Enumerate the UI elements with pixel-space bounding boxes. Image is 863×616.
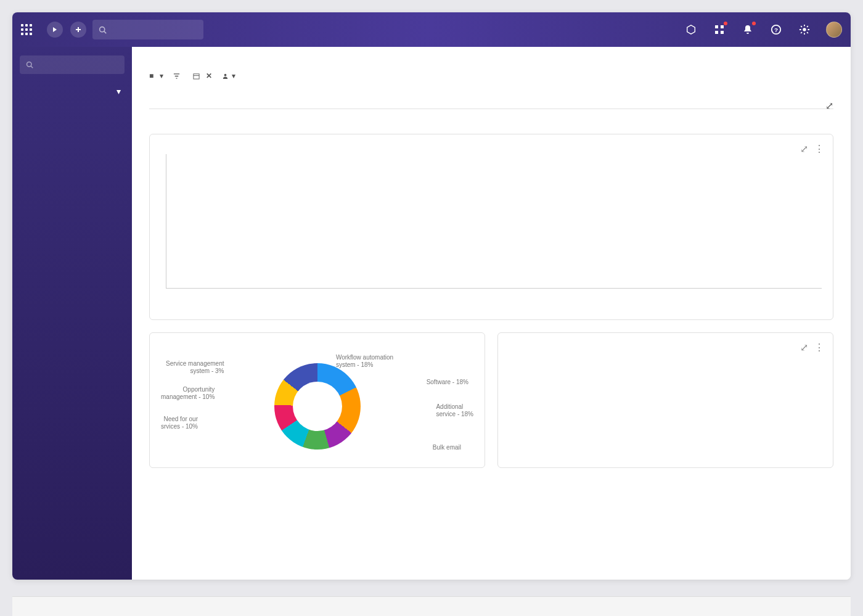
donut-label: Bulk email [433,444,461,451]
donut-label: Opportunitymanagement - 10% [161,386,215,401]
chart-pay-orders-by-month: ⤢⋮ [149,134,833,320]
clear-date-icon[interactable]: ✕ [206,72,212,80]
help-icon[interactable]: ? [769,23,783,36]
date-filter[interactable]: ✕ [193,72,212,80]
expand-icon[interactable]: ⤢ [825,100,833,112]
grouped-bars [509,353,822,439]
svg-text:?: ? [774,27,778,33]
user-avatar[interactable] [826,22,842,38]
svg-rect-4 [721,31,724,34]
svg-point-0 [100,27,105,31]
y-axis [161,154,166,289]
sidebar-category[interactable]: ▾ [12,83,132,105]
donut-label: Additionalservice - 18% [436,403,473,418]
add-button[interactable] [70,22,86,38]
svg-rect-3 [715,31,718,34]
donut-label: Need for oursrvices - 10% [161,416,198,430]
filter-bar: ■ ▾ ✕ ▾ [149,72,833,80]
tabs: ⤢ [149,95,833,109]
folder-filter[interactable]: ■ ▾ [149,72,163,80]
chevron-down-icon: ▾ [117,86,121,96]
chart-menu-icon[interactable]: ⋮ [814,342,824,353]
app-launcher-icon[interactable] [21,24,32,35]
donut-label: Service managementsystem - 3% [166,360,224,375]
svg-rect-9 [194,73,199,78]
cube-icon[interactable] [684,23,698,36]
topbar: ? [12,12,851,47]
donut-chart: Workflow automationsystem - 18% Software… [161,348,473,446]
main-content: ■ ▾ ✕ ▾ ⤢ ⤢⋮ [132,47,851,580]
svg-rect-1 [715,25,718,28]
chart-orders-channels: Workflow automationsystem - 18% Software… [149,332,485,468]
gear-icon[interactable] [798,23,811,36]
apps-icon[interactable] [713,23,726,36]
sidebar-search[interactable] [20,55,125,74]
svg-point-7 [803,28,806,31]
taskbar [12,596,851,616]
expand-chart-icon[interactable]: ⤢ [800,342,808,353]
bell-icon[interactable] [741,23,755,36]
global-search[interactable] [92,20,203,39]
donut-label: Workflow automationsystem - 18% [336,354,393,369]
search-icon [26,61,33,68]
person-icon [222,73,229,80]
sidebar: ▾ [12,47,132,580]
svg-point-10 [224,73,227,76]
filter-button[interactable] [173,73,183,80]
svg-rect-2 [721,25,724,28]
search-icon [99,26,107,34]
chart-completed-orders-owner: ⤢⋮ [497,332,833,468]
bars-area [166,154,822,289]
filter-icon [173,73,180,80]
donut-label: Software - 18% [427,379,468,386]
owner-filter[interactable]: ▾ [222,72,239,80]
svg-point-8 [27,62,32,67]
play-button[interactable] [47,22,63,38]
calendar-icon [193,73,200,80]
